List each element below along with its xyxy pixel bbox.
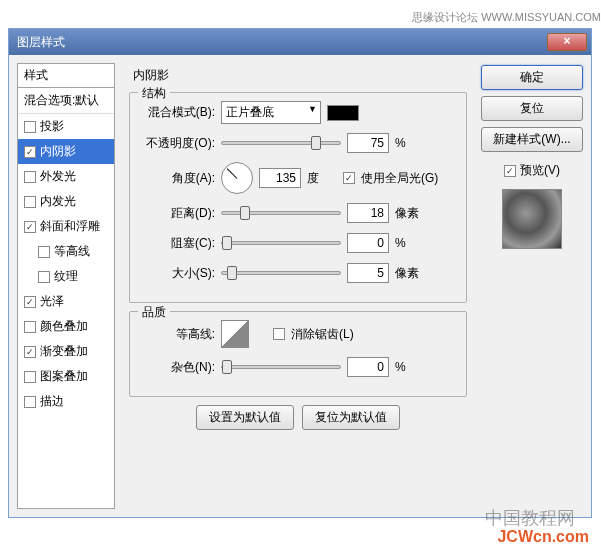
- choke-slider[interactable]: [221, 241, 341, 245]
- choke-label: 阻塞(C):: [140, 235, 215, 252]
- preview-swatch: [502, 189, 562, 249]
- noise-unit: %: [395, 360, 425, 374]
- angle-row: 角度(A): 度 使用全局光(G): [140, 162, 456, 194]
- choke-unit: %: [395, 236, 425, 250]
- dialog-content: 样式 混合选项:默认 投影内阴影外发光内发光斜面和浮雕等高线纹理光泽颜色叠加渐变…: [9, 55, 591, 517]
- watermark-url: JCWcn.com: [497, 528, 589, 546]
- header-text: 思缘设计论坛 WWW.MISSYUAN.COM: [412, 10, 601, 25]
- size-slider[interactable]: [221, 271, 341, 275]
- style-checkbox[interactable]: [24, 196, 36, 208]
- style-item-3[interactable]: 内发光: [18, 189, 114, 214]
- style-checkbox[interactable]: [24, 171, 36, 183]
- style-item-8[interactable]: 颜色叠加: [18, 314, 114, 339]
- cancel-button[interactable]: 复位: [481, 96, 583, 121]
- preview-row: 预览(V): [481, 162, 583, 179]
- titlebar: 图层样式 ×: [9, 29, 591, 55]
- noise-slider[interactable]: [221, 365, 341, 369]
- style-label: 图案叠加: [40, 368, 88, 385]
- angle-input[interactable]: [259, 168, 301, 188]
- dialog-title: 图层样式: [17, 34, 65, 51]
- style-checkbox[interactable]: [24, 296, 36, 308]
- opacity-slider[interactable]: [221, 141, 341, 145]
- style-checkbox[interactable]: [24, 346, 36, 358]
- noise-label: 杂色(N):: [140, 359, 215, 376]
- opacity-label: 不透明度(O):: [140, 135, 215, 152]
- style-item-7[interactable]: 光泽: [18, 289, 114, 314]
- style-checkbox[interactable]: [24, 221, 36, 233]
- angle-dial[interactable]: [221, 162, 253, 194]
- style-checkbox[interactable]: [24, 321, 36, 333]
- style-checkbox[interactable]: [24, 396, 36, 408]
- set-default-button[interactable]: 设置为默认值: [196, 405, 294, 430]
- distance-row: 距离(D): 像素: [140, 202, 456, 224]
- distance-unit: 像素: [395, 205, 425, 222]
- contour-row: 等高线: 消除锯齿(L): [140, 320, 456, 348]
- choke-input[interactable]: [347, 233, 389, 253]
- style-label: 内阴影: [40, 143, 76, 160]
- style-label: 光泽: [40, 293, 64, 310]
- preview-checkbox[interactable]: [504, 165, 516, 177]
- close-button[interactable]: ×: [547, 33, 587, 51]
- style-label: 描边: [40, 393, 64, 410]
- antialias-label: 消除锯齿(L): [291, 326, 354, 343]
- blend-mode-row: 混合模式(B): 正片叠底: [140, 101, 456, 124]
- watermark-cn: 中国教程网: [485, 506, 575, 530]
- structure-fieldset: 结构 混合模式(B): 正片叠底 不透明度(O): % 角度(A): 度: [129, 92, 467, 303]
- style-item-6[interactable]: 纹理: [18, 264, 114, 289]
- angle-unit: 度: [307, 170, 337, 187]
- preview-label: 预览(V): [520, 162, 560, 179]
- style-checkbox[interactable]: [38, 271, 50, 283]
- default-buttons-row: 设置为默认值 复位为默认值: [129, 405, 467, 430]
- global-light-label: 使用全局光(G): [361, 170, 438, 187]
- style-item-0[interactable]: 投影: [18, 114, 114, 139]
- style-label: 渐变叠加: [40, 343, 88, 360]
- global-light-checkbox[interactable]: [343, 172, 355, 184]
- style-item-9[interactable]: 渐变叠加: [18, 339, 114, 364]
- main-panel: 内阴影 结构 混合模式(B): 正片叠底 不透明度(O): % 角度(A):: [121, 63, 475, 509]
- style-item-4[interactable]: 斜面和浮雕: [18, 214, 114, 239]
- contour-picker[interactable]: [221, 320, 249, 348]
- structure-legend: 结构: [138, 85, 170, 102]
- size-input[interactable]: [347, 263, 389, 283]
- style-item-1[interactable]: 内阴影: [18, 139, 114, 164]
- style-label: 外发光: [40, 168, 76, 185]
- panel-title: 内阴影: [129, 67, 467, 84]
- right-panel: 确定 复位 新建样式(W)... 预览(V): [481, 63, 583, 509]
- distance-slider[interactable]: [221, 211, 341, 215]
- distance-input[interactable]: [347, 203, 389, 223]
- noise-row: 杂色(N): %: [140, 356, 456, 378]
- size-row: 大小(S): 像素: [140, 262, 456, 284]
- new-style-button[interactable]: 新建样式(W)...: [481, 127, 583, 152]
- styles-panel: 样式 混合选项:默认 投影内阴影外发光内发光斜面和浮雕等高线纹理光泽颜色叠加渐变…: [17, 63, 115, 509]
- style-item-10[interactable]: 图案叠加: [18, 364, 114, 389]
- shadow-color-swatch[interactable]: [327, 105, 359, 121]
- style-label: 内发光: [40, 193, 76, 210]
- blend-mode-label: 混合模式(B):: [140, 104, 215, 121]
- style-label: 等高线: [54, 243, 90, 260]
- styles-header[interactable]: 样式: [18, 64, 114, 88]
- choke-row: 阻塞(C): %: [140, 232, 456, 254]
- style-checkbox[interactable]: [24, 146, 36, 158]
- style-item-11[interactable]: 描边: [18, 389, 114, 414]
- opacity-input[interactable]: [347, 133, 389, 153]
- blend-mode-dropdown[interactable]: 正片叠底: [221, 101, 321, 124]
- antialias-checkbox[interactable]: [273, 328, 285, 340]
- quality-fieldset: 品质 等高线: 消除锯齿(L) 杂色(N): %: [129, 311, 467, 397]
- blend-options-item[interactable]: 混合选项:默认: [18, 88, 114, 114]
- size-unit: 像素: [395, 265, 425, 282]
- quality-legend: 品质: [138, 304, 170, 321]
- style-checkbox[interactable]: [24, 371, 36, 383]
- style-item-2[interactable]: 外发光: [18, 164, 114, 189]
- style-checkbox[interactable]: [24, 121, 36, 133]
- style-label: 颜色叠加: [40, 318, 88, 335]
- noise-input[interactable]: [347, 357, 389, 377]
- style-checkbox[interactable]: [38, 246, 50, 258]
- opacity-row: 不透明度(O): %: [140, 132, 456, 154]
- distance-label: 距离(D):: [140, 205, 215, 222]
- angle-label: 角度(A):: [140, 170, 215, 187]
- ok-button[interactable]: 确定: [481, 65, 583, 90]
- reset-default-button[interactable]: 复位为默认值: [302, 405, 400, 430]
- style-label: 投影: [40, 118, 64, 135]
- style-label: 斜面和浮雕: [40, 218, 100, 235]
- style-item-5[interactable]: 等高线: [18, 239, 114, 264]
